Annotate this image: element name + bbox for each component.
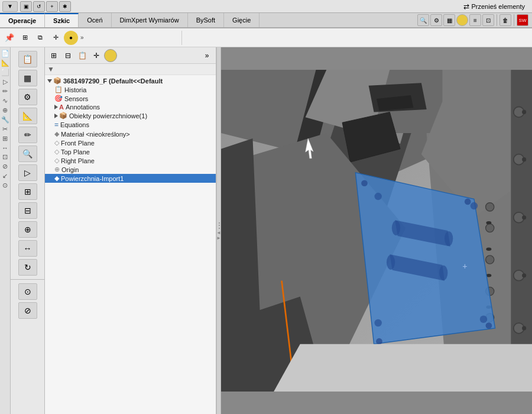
side-icon-13[interactable]: ⊙ xyxy=(18,283,37,300)
svg-point-43 xyxy=(374,319,381,326)
side-icon-9[interactable]: ⊟ xyxy=(18,202,37,219)
tab-szkic[interactable]: Szkic xyxy=(45,13,79,27)
toolbar-icon-btn[interactable]: ▣ xyxy=(20,1,32,12)
sidebar-icon5[interactable] xyxy=(104,49,117,62)
tab-dimxpert[interactable]: DimXpert Wymiarów xyxy=(112,13,188,27)
left-bar-icon-1[interactable]: 📄 xyxy=(1,50,9,57)
svg-text:+: + xyxy=(462,261,467,271)
side-icon-2[interactable]: ▦ xyxy=(18,70,37,86)
tab-operacje[interactable]: Operacje xyxy=(0,13,45,27)
toolbar-icon-btn[interactable]: + xyxy=(46,1,58,12)
svg-point-45 xyxy=(480,316,487,323)
toolbar-icon-logo: SW xyxy=(517,14,528,26)
left-bar-icon-15[interactable]: ⊙ xyxy=(2,182,8,189)
splitter[interactable]: ⋮ ◄ ► xyxy=(216,47,221,414)
tree-item-top-plane[interactable]: ◇ Top Plane xyxy=(45,147,216,156)
tree-root[interactable]: 📦 3681497290_F (Default<<Default xyxy=(45,76,216,85)
top-plane-icon: ◇ xyxy=(54,148,59,156)
toolbar-icon-search[interactable]: 🔍 xyxy=(417,14,429,26)
right-plane-label: Right Plane xyxy=(61,157,95,164)
toolbar-icon-rotate[interactable]: ● xyxy=(64,31,78,45)
toolbar-expand[interactable]: » xyxy=(79,34,85,41)
toolbar-icon-color[interactable] xyxy=(456,14,468,26)
side-icon-4[interactable]: 📐 xyxy=(18,108,37,124)
tree-item-material[interactable]: ◆ Materiał <nieokreślony> xyxy=(45,130,216,138)
toolbar-icon-layers[interactable]: ⊞ xyxy=(18,31,32,45)
tree-item-equations[interactable]: = Equations xyxy=(45,120,216,130)
svg-point-30 xyxy=(486,221,491,224)
toolbar-icon-btn[interactable]: ↺ xyxy=(33,1,45,12)
left-bar-icon-10[interactable]: ⊞ xyxy=(2,135,8,143)
toolbar-icon-btn[interactable]: ✱ xyxy=(59,1,71,12)
left-bar-icon-9[interactable]: ✂ xyxy=(2,125,8,133)
toolbar-icon-trash[interactable]: 🗑 xyxy=(499,14,511,26)
annotations-icon: A xyxy=(59,104,64,111)
annotations-label: Annotations xyxy=(66,104,100,111)
tree-item-historia[interactable]: 📋 Historia xyxy=(45,85,216,94)
toolbar-icon-grid[interactable]: ▦ xyxy=(443,14,455,26)
window-control-btn[interactable]: ▼ xyxy=(2,1,18,12)
side-icon-8[interactable]: ⊞ xyxy=(18,183,37,200)
splitter-arrow-right: ► xyxy=(216,235,221,241)
left-bar-icon-6[interactable]: ∿ xyxy=(2,97,8,105)
svg-point-22 xyxy=(522,273,526,277)
svg-point-39 xyxy=(387,255,395,270)
svg-point-46 xyxy=(361,180,368,186)
filter-icon: ▼ xyxy=(47,65,54,73)
left-bar-icon-3[interactable]: ⬜ xyxy=(1,69,9,76)
sidebar-icon2[interactable]: ⊟ xyxy=(61,49,74,62)
tree-item-origin[interactable]: ⊕ Origin xyxy=(45,165,216,174)
side-icon-10[interactable]: ⊕ xyxy=(18,221,37,238)
historia-icon: 📋 xyxy=(54,86,63,93)
left-bar-icon-7[interactable]: ⊕ xyxy=(2,106,8,114)
svg-point-24 xyxy=(522,326,526,330)
left-bar-icon-8[interactable]: 🔧 xyxy=(1,116,9,124)
svg-point-18 xyxy=(522,157,526,161)
toolbar-icon-copy[interactable]: ⧉ xyxy=(33,31,47,45)
svg-point-42 xyxy=(374,193,381,200)
top-plane-label: Top Plane xyxy=(61,148,90,156)
left-bar-icon-4[interactable]: ▷ xyxy=(3,78,8,86)
toolbar-icon-move[interactable]: ✛ xyxy=(48,31,63,45)
tree-item-obiekty[interactable]: 📦 Obiekty powierzchniowe(1) xyxy=(45,111,216,120)
powierzchnia-icon: ◆ xyxy=(54,174,59,182)
side-icon-3[interactable]: ⚙ xyxy=(18,89,37,105)
svg-point-26 xyxy=(486,224,494,232)
tab-ocen[interactable]: Oceń xyxy=(79,13,111,27)
tree-item-sensors[interactable]: 🎯 Sensors xyxy=(45,94,216,103)
sensors-label: Sensors xyxy=(64,95,88,102)
side-icon-7[interactable]: ▷ xyxy=(18,164,37,181)
svg-point-48 xyxy=(486,322,492,329)
tree-item-front-plane[interactable]: ◇ Front Plane xyxy=(45,138,216,147)
tree-item-annotations[interactable]: A Annotations xyxy=(45,103,216,111)
side-icon-5[interactable]: ✏ xyxy=(18,127,37,143)
left-bar-icon-12[interactable]: ⊡ xyxy=(2,153,8,161)
tab-bysoft[interactable]: BySoft xyxy=(188,13,224,27)
toolbar-icon-pin[interactable]: 📌 xyxy=(2,31,17,45)
side-icon-6[interactable]: 🔍 xyxy=(18,145,37,162)
side-icon-12[interactable]: ↻ xyxy=(18,259,37,276)
left-bar-icon-13[interactable]: ⊘ xyxy=(2,163,8,170)
obiekty-icon: 📦 xyxy=(59,112,67,119)
sensors-icon: 🎯 xyxy=(54,95,63,102)
left-bar-icon-14[interactable]: ↙ xyxy=(2,172,8,180)
tab-giecie[interactable]: Gięcie xyxy=(224,13,259,27)
splitter-arrow-left: ◄ xyxy=(216,230,221,235)
left-bar-icon-5[interactable]: ✏ xyxy=(2,88,8,95)
sidebar-icon3[interactable]: 📋 xyxy=(76,49,89,62)
sidebar-more-btn[interactable]: » xyxy=(200,49,213,62)
tree-item-powierzchnia[interactable]: ◆ Powierzchnia-Import1 xyxy=(45,174,216,183)
side-icon-1[interactable]: 📋 xyxy=(18,51,37,67)
toolbar-icon-more[interactable]: ≡ xyxy=(469,14,481,26)
left-bar-icon-11[interactable]: ↔ xyxy=(2,144,8,151)
side-icon-11[interactable]: ↔ xyxy=(18,240,37,257)
right-plane-icon: ◇ xyxy=(54,157,59,164)
left-bar-icon-2[interactable]: 📐 xyxy=(1,59,9,67)
viewport-3d[interactable]: + xyxy=(221,47,532,414)
toolbar-icon-extra[interactable]: ⊡ xyxy=(482,14,494,26)
sidebar-icon4[interactable]: ✛ xyxy=(90,49,103,62)
toolbar-icon-settings[interactable]: ⚙ xyxy=(430,14,442,26)
tree-item-right-plane[interactable]: ◇ Right Plane xyxy=(45,156,216,165)
sidebar-filter-btn[interactable]: ⊞ xyxy=(47,49,60,62)
side-icon-14[interactable]: ⊘ xyxy=(18,302,37,319)
